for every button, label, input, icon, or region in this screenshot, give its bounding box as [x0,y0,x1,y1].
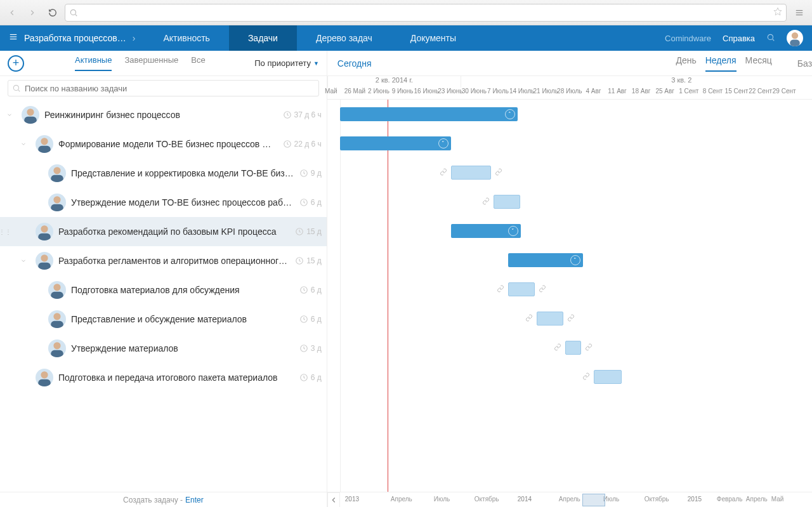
svg-point-24 [53,196,60,203]
overview-label: Октябрь [645,496,669,503]
drag-handle-icon[interactable]: ⋮⋮ [0,228,11,235]
assignee-avatar[interactable] [48,164,66,182]
assignee-avatar[interactable] [36,369,53,386]
collapse-icon[interactable] [16,141,30,147]
gantt-bar[interactable] [565,341,581,355]
browser-chrome [0,0,812,25]
assignee-avatar[interactable] [36,135,53,153]
filter-all[interactable]: Все [191,55,205,71]
search-button[interactable] [766,33,775,44]
task-row[interactable]: Представление и обсуждение материалов6 д [0,305,327,334]
assignee-avatar[interactable] [48,339,66,357]
task-row[interactable]: Разработка регламентов и алгоритмов опер… [0,246,327,275]
timeline-overview[interactable]: 2013АпрельИюльОктябрь2014АпрельИюльОктяб… [327,492,812,507]
gantt-bar[interactable] [508,282,535,296]
forward-button[interactable] [24,4,41,21]
today-button[interactable]: Сегодня [337,58,372,69]
chevron-up-icon[interactable]: ˄ [570,255,580,265]
assignee-avatar[interactable] [22,106,39,124]
overview-label: Октябрь [475,496,499,503]
dependency-link-icon[interactable] [585,343,593,353]
week-label: 16 Июнь [414,88,439,95]
dependency-link-icon[interactable] [554,343,561,353]
task-row[interactable]: Подготовка и передача итогового пакета м… [0,363,327,392]
task-row[interactable]: Утверждение материалов3 д [0,334,327,363]
svg-line-14 [18,90,20,92]
current-user-avatar[interactable] [787,30,803,46]
gantt-bar[interactable]: ˄ [340,107,518,121]
url-bar[interactable] [65,4,787,22]
gantt-bar[interactable]: ˄ [508,253,583,267]
collapse-icon[interactable] [16,258,30,264]
task-row[interactable]: Утверждение модели TO-BE бизнес процессо… [0,188,327,217]
dependency-link-icon[interactable] [539,285,546,294]
task-search-input[interactable] [25,84,315,93]
tab-tasks[interactable]: Задачи [229,25,297,51]
clock-icon [295,256,304,265]
gantt-bar[interactable] [537,312,563,326]
assignee-avatar[interactable] [36,252,53,270]
view-day[interactable]: День [676,55,696,72]
sort-dropdown[interactable]: По приоритету ▼ [254,58,319,68]
tab-docs[interactable]: Документы [391,25,475,51]
gantt-row [327,333,812,362]
svg-rect-19 [38,146,51,153]
collapse-icon[interactable] [3,112,16,118]
gantt-row: ˅ [327,129,812,158]
chevron-up-icon[interactable]: ˄ [505,109,515,119]
view-week[interactable]: Неделя [705,55,737,72]
overview-label: Февраль [717,496,743,503]
add-task-button[interactable]: + [8,55,24,72]
task-row[interactable]: Представление и корректировка модели TO-… [0,159,327,188]
clock-icon [299,344,308,353]
task-row[interactable]: Реинжиниринг бизнес процессов37 д 6 ч [0,100,327,129]
gantt-chart[interactable]: ˄˅˅˄ [327,100,812,492]
assignee-avatar[interactable] [48,310,66,328]
task-search[interactable] [8,80,319,96]
gantt-row [327,362,812,392]
tab-tree[interactable]: Дерево задач [297,25,391,51]
filter-completed[interactable]: Завершенные [124,55,178,71]
dependency-link-icon[interactable] [567,314,575,324]
gantt-bar[interactable]: ˅ [340,136,451,150]
svg-rect-12 [790,40,800,46]
view-month[interactable]: Месяц [745,55,772,72]
back-button[interactable] [4,4,20,21]
url-input[interactable] [82,8,769,17]
task-row[interactable]: ⋮⋮Разработка рекомендаций по базовым KPI… [0,217,327,246]
tab-activity[interactable]: Активность [144,25,229,51]
assignee-avatar[interactable] [48,281,66,299]
dependency-link-icon[interactable] [482,197,490,207]
chevron-down-icon[interactable]: ˅ [508,226,518,236]
dependency-link-icon[interactable] [495,168,502,178]
assignee-avatar[interactable] [48,194,66,211]
gantt-bar[interactable] [594,370,622,384]
bookmark-icon[interactable] [773,7,782,18]
breadcrumb[interactable]: Разработка процессов… › [0,25,144,51]
overview-prev-button[interactable] [327,492,340,507]
filter-active[interactable]: Активные [75,55,112,71]
assignee-avatar[interactable] [36,223,53,240]
task-row[interactable]: Формирование модели TO-BE бизнес процесс… [0,129,327,159]
gantt-bar[interactable] [494,195,520,209]
reload-button[interactable] [44,4,61,21]
menu-icon[interactable] [9,32,18,44]
dependency-link-icon[interactable] [497,285,504,294]
dependency-link-icon[interactable] [440,168,447,178]
clock-icon [299,198,308,207]
gantt-row: ˅ [327,216,812,246]
gantt-row: ˄ [327,246,812,275]
gantt-bar[interactable] [451,166,491,180]
task-row[interactable]: Подготовка материалов для обсуждения6 д [0,275,327,305]
browser-menu-button[interactable] [790,8,808,17]
chevron-down-icon[interactable]: ˅ [438,138,449,148]
gantt-bar[interactable]: ˅ [451,224,521,238]
task-duration: 22 д 6 ч [283,140,322,148]
task-title: Реинжиниринг бизнес процессов [44,110,278,120]
dependency-link-icon[interactable] [525,314,533,324]
gantt-row [327,275,812,304]
help-link[interactable]: Справка [723,34,755,43]
baseplan-dropdown[interactable]: Базовый план не в… ▼ [797,58,812,69]
overview-viewport[interactable] [582,494,605,506]
dependency-link-icon[interactable] [582,372,590,382]
